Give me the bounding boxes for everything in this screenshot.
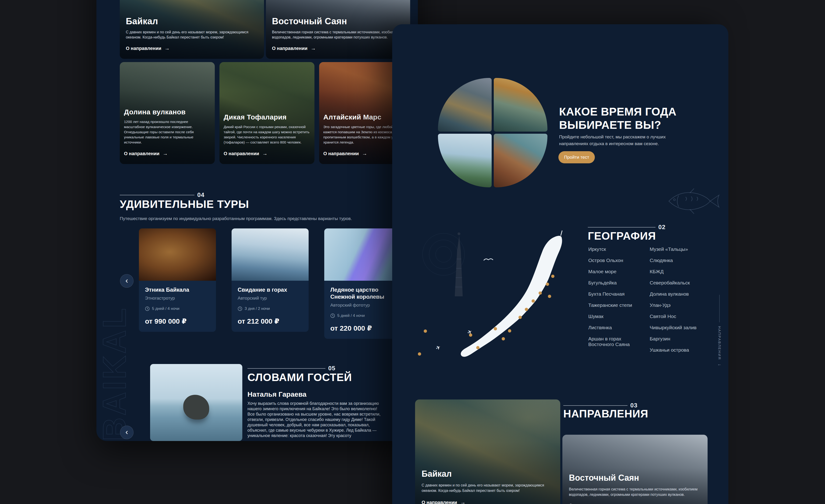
geography-item[interactable]: Чивыркуйский залив [650,325,722,330]
geography-item[interactable]: Улан-Удэ [650,303,722,308]
destination-link[interactable]: О направлении→ [224,151,310,157]
geography-item[interactable]: Бухта Песчаная [588,291,646,297]
tour-title: Ледяное царство Снежной королевы [330,286,395,300]
geography-item[interactable]: Северобайкальск [650,280,722,285]
geography-item[interactable]: Остров Ольхон [588,258,646,263]
quiz-subtitle: Пройдите небольшой тест, мы расскажем о … [559,134,673,147]
tour-duration: 5 дней / 4 ночи [337,313,365,318]
geography-item[interactable]: Малое море [588,269,646,274]
destination-card-baikal[interactable]: Байкал С давних времен и по сей день его… [120,0,264,59]
link-label: О направлении [422,500,457,504]
geography-item[interactable]: Музей «Тальцы» [650,246,722,252]
geography-item[interactable]: Слюдянка [650,258,722,263]
destination-description: Дикий край России с горными реками, сказ… [224,124,310,145]
geography-item[interactable]: Святой Нос [650,314,722,319]
baikal-map: ✈ ✈ [416,229,574,369]
review-photo [150,364,242,441]
destination-link[interactable]: О направлении→ [126,45,258,51]
destination-card-volcano-valley[interactable]: Долина вулканов 1200 лет назад произошло… [120,62,215,164]
geography-item[interactable]: Бугульдейка [588,280,646,285]
tour-title: Свидание в горах [238,286,303,293]
tour-photo [324,229,401,281]
geography-item[interactable]: Листвянка [588,325,646,330]
section-title-geography: ГЕОГРАФИЯ [588,230,656,242]
destination-card-tofalaria[interactable]: Дикая Тофалария Дикий край России с горн… [219,62,314,164]
arrow-down-icon: ↓ [717,364,722,366]
direction-card-sayan[interactable]: Восточный Саян Величественная горная сис… [562,435,707,504]
link-label: О направлении [569,503,604,504]
geography-item[interactable]: Тажеранские степи [588,303,646,308]
quiz-title: КАКОЕ ВРЕМЯ ГОДА ВЫБИРАЕТЕ ВЫ? [559,105,680,132]
review-author: Наталья Гараева [247,390,306,398]
destination-link[interactable]: О направлении→ [272,45,404,51]
screenshot-canvas: Байкал С давних времен и по сей день его… [0,0,825,504]
destination-link[interactable]: О направлении→ [124,151,211,157]
arrow-right-icon: → [163,151,168,157]
destination-description: Величественная горная система с термальн… [569,487,701,497]
destination-title: Долина вулканов [124,108,211,116]
side-scroll-nav[interactable]: НАПРАВЛЕНИЯ ↓ [717,295,722,374]
page-left: Байкал С давних времен и по сей день его… [96,0,418,441]
geography-column-2: Музей «Тальцы» Слюдянка КБЖД Северобайка… [650,246,722,358]
geography-column-1: Иркутск Остров Ольхон Малое море Бугульд… [588,246,646,353]
destination-title: Байкал [422,469,554,479]
seasons-photo-collage [438,78,547,187]
destination-description: Величественная горная система с термальн… [272,30,403,40]
direction-card-baikal[interactable]: Байкал С давних времен и по сей день его… [415,400,560,504]
nav-line [720,295,720,323]
quiz-start-button[interactable]: Пройти тест [558,151,595,163]
clock-icon [330,313,335,318]
geography-item[interactable]: КБЖД [650,269,722,274]
arrow-right-icon: → [262,151,268,157]
tour-price: от 220 000 ₽ [330,324,395,332]
tours-carousel-prev-button[interactable]: ‹ [120,274,134,288]
section-line [588,227,656,228]
destination-card-sayan[interactable]: Восточный Саян Величественная горная сис… [266,0,410,59]
arrow-right-icon: → [165,45,170,51]
section-title-tours: УДИВИТЕЛЬНЫЕ ТУРЫ [120,198,249,211]
chevron-left-icon: ‹ [125,428,128,436]
destination-link[interactable]: О направлении→ [569,502,701,504]
geography-item[interactable]: Ушканьи острова [650,347,722,353]
season-photo-winter-shore [438,78,492,132]
review-text: Хочу выразить слова огромной благодарнос… [247,401,381,438]
arrow-right-icon: → [311,45,316,51]
geography-item[interactable]: Долина вулканов [650,291,722,297]
tour-card-etnika[interactable]: Этника Байкала Этногастротур 5 дней / 4 … [139,229,216,332]
destination-title: Дикая Тофалария [224,113,310,121]
geography-item[interactable]: Аршан в горах Восточного Саяна [588,336,646,347]
link-label: О направлении [124,151,159,156]
arrow-right-icon: → [362,151,367,157]
geography-item[interactable]: Баргузин [650,336,722,342]
destination-link[interactable]: О направлении→ [422,499,554,504]
destination-title: Восточный Саян [272,16,404,26]
destination-description: 1200 лет назад произошло последнее масшт… [124,119,210,145]
section-line [120,195,195,195]
lake-shape [461,231,562,357]
tour-duration: 3 дня / 2 ночи [245,306,270,311]
tour-price: от 990 000 ₽ [145,317,210,325]
section-number: 04 [197,191,205,198]
section-header-tours: 04 [120,191,205,198]
section-number: 02 [658,224,666,231]
clock-icon [238,306,242,311]
page-right: КАКОЕ ВРЕМЯ ГОДА ВЫБИРАЕТЕ ВЫ? Пройдите … [392,24,728,504]
tour-type: Этногастротур [145,296,210,301]
baikal-watermark: BAIKAL [96,296,133,441]
geography-item[interactable]: Шумак [588,314,646,319]
reviews-carousel-prev-button[interactable]: ‹ [120,426,134,439]
section-subtitle-tours: Путешествие организуем по индивидуально … [120,216,352,221]
destination-title: Восточный Саян [569,473,701,483]
plane-icon: ✈ [435,344,442,352]
destination-description: С давних времен и по сей день его называ… [422,483,554,493]
link-label: О направлении [224,151,259,156]
geography-item[interactable]: Иркутск [588,246,646,252]
bird-icon [484,259,493,260]
section-title-directions: НАПРАВЛЕНИЯ [563,407,648,420]
tour-card-ice-kingdom[interactable]: Ледяное царство Снежной королевы Авторск… [324,229,401,339]
season-photo-autumn-pond [494,78,547,132]
link-label: О направлении [323,151,359,156]
destination-title: Байкал [126,16,258,26]
tour-type: Авторский тур [238,296,303,301]
tour-card-svidanie[interactable]: Свидание в горах Авторский тур 3 дня / 2… [232,229,309,332]
